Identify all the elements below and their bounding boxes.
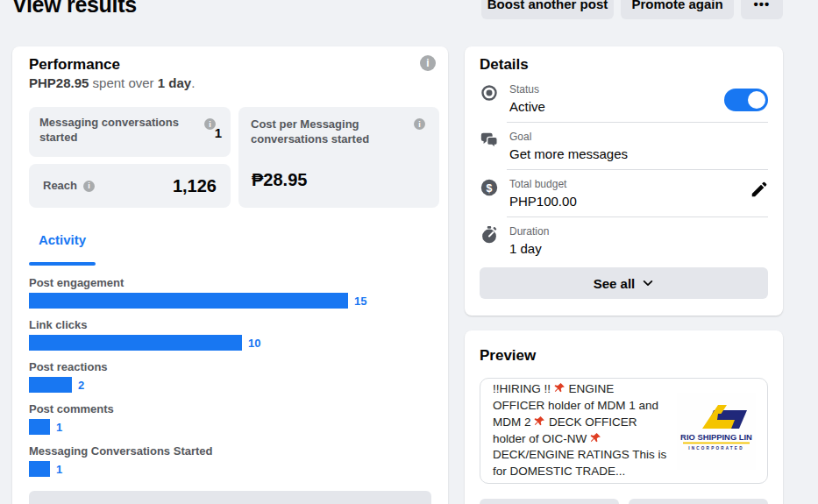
metric-boxes: Messaging conversations started i 1 Reac…: [29, 107, 439, 208]
chart-category-label: Messaging Conversations Started: [29, 444, 432, 458]
chart-value-label: 10: [248, 337, 260, 350]
details-card: Details Status Active Goal Get more mess…: [465, 46, 783, 316]
chart-category-label: Post engagement: [29, 276, 432, 289]
see-more-button[interactable]: See more: [29, 491, 431, 504]
edit-pencil-icon[interactable]: [750, 180, 769, 199]
svg-text:$: $: [487, 182, 493, 195]
logo-text: RIO SHIPPING LIN: [680, 432, 752, 442]
chart-category-label: Link clicks: [29, 318, 432, 331]
logo-subtext: INCORPORATED: [688, 445, 743, 450]
chart-category-label: Post comments: [29, 402, 432, 415]
chevron-down-icon: [642, 277, 654, 289]
metric-label: Reach: [43, 179, 77, 194]
detail-row-status: Status Active: [480, 83, 545, 114]
divider: [507, 169, 768, 170]
detail-label: Goal: [509, 131, 628, 143]
chart-row: Post engagement15: [29, 276, 432, 309]
metric-value: 1: [215, 125, 222, 140]
detail-value: Get more messages: [509, 146, 628, 161]
chart-row: Post comments1: [29, 402, 432, 435]
chart-row: Messaging Conversations Started1: [29, 444, 432, 477]
chart-category-label: Post reactions: [29, 360, 432, 373]
preview-action-button-1[interactable]: [480, 499, 619, 504]
chart-row: Post reactions2: [29, 360, 432, 393]
activity-chart: Post engagement15Link clicks10Post react…: [29, 276, 432, 486]
see-all-button[interactable]: See all: [480, 267, 768, 299]
detail-label: Status: [509, 83, 545, 96]
chart-bar: [29, 335, 242, 351]
performance-title: Performance: [29, 56, 120, 74]
chart-value-label: 1: [56, 463, 62, 476]
dollar-icon: $: [480, 178, 499, 197]
details-title: Details: [480, 56, 529, 74]
metric-label: Messaging conversations started: [39, 116, 180, 146]
detail-row-goal: Goal Get more messages: [480, 131, 628, 161]
metric-label: Cost per Messaging conversations started: [251, 117, 391, 147]
spend-duration: 1 day: [158, 75, 191, 90]
chart-bar: [29, 293, 348, 309]
preview-actions: [480, 499, 768, 504]
chart-value-label: 1: [56, 421, 62, 434]
detail-value: PHP100.00: [509, 194, 577, 209]
pushpin-icon: [554, 382, 565, 394]
chart-value-label: 2: [78, 379, 84, 392]
header-actions: Boost another post Promote again •••: [481, 0, 783, 19]
chart-value-label: 15: [354, 295, 366, 308]
page-title: View results: [12, 0, 137, 18]
more-options-button[interactable]: •••: [741, 0, 783, 19]
boost-another-post-button[interactable]: Boost another post: [481, 0, 614, 19]
chart-bar: [29, 419, 50, 435]
preview-action-button-2[interactable]: [629, 499, 768, 504]
metric-reach: Reach i 1,126: [29, 164, 231, 208]
toggle-knob: [748, 91, 765, 109]
preview-post-text: !!HIRING !! ENGINE OFFICER holder of MDM…: [493, 381, 668, 480]
chart-row: Link clicks10: [29, 318, 432, 351]
ellipsis-icon: •••: [754, 0, 771, 11]
preview-title: Preview: [480, 347, 536, 365]
chart-bar: [29, 461, 50, 477]
detail-row-duration: Duration 1 day: [480, 225, 549, 256]
detail-label: Total budget: [509, 178, 577, 190]
status-icon: [480, 83, 499, 103]
see-all-label: See all: [594, 276, 636, 291]
messages-icon: [480, 131, 499, 150]
metric-messaging-conversations: Messaging conversations started i 1: [29, 107, 231, 157]
pushpin-icon: [534, 415, 545, 427]
metric-value: 1,126: [173, 176, 217, 196]
info-icon[interactable]: i: [420, 55, 436, 71]
status-toggle[interactable]: [724, 89, 768, 111]
post-preview: !!HIRING !! ENGINE OFFICER holder of MDM…: [480, 378, 768, 484]
info-icon[interactable]: i: [83, 181, 95, 192]
tab-activity[interactable]: Activity: [29, 232, 96, 247]
detail-row-budget: $ Total budget PHP100.00: [480, 178, 577, 209]
pushpin-icon: [590, 432, 601, 444]
spend-amount: PHP28.95: [29, 75, 89, 90]
info-icon[interactable]: i: [414, 118, 425, 130]
chart-bar: [29, 377, 72, 393]
divider: [507, 122, 768, 123]
spend-summary: PHP28.95 spent over 1 day.: [29, 75, 195, 90]
preview-card: Preview !!HIRING !! ENGINE OFFICER holde…: [465, 330, 783, 504]
tab-active-underline: [29, 262, 96, 266]
post-thumbnail-logo: RIO SHIPPING LIN INCORPORATED: [677, 393, 756, 470]
metric-value: ₱28.95: [252, 170, 307, 190]
detail-label: Duration: [509, 225, 549, 238]
detail-value: Active: [509, 99, 545, 114]
stopwatch-icon: [480, 225, 499, 245]
metric-cost-per-conversation: Cost per Messaging conversations started…: [238, 107, 439, 208]
divider: [507, 217, 768, 217]
performance-card: Performance i PHP28.95 spent over 1 day.…: [12, 46, 448, 504]
detail-value: 1 day: [509, 241, 549, 256]
promote-again-button[interactable]: Promote again: [621, 0, 734, 19]
